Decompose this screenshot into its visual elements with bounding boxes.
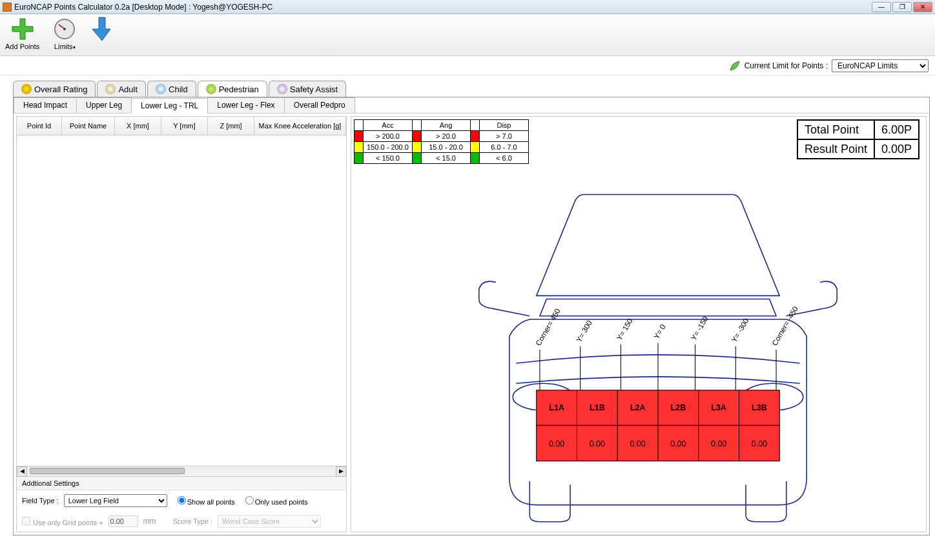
- sub-tabs: Head Impact Upper Leg Lower Leg - TRL Lo…: [14, 97, 929, 114]
- legend-row-red: > 200.0> 20.0> 7.0: [354, 131, 529, 142]
- col-x[interactable]: X [mm]: [115, 117, 161, 135]
- svg-text:Y= -300: Y= -300: [730, 317, 750, 343]
- field-type-select[interactable]: Lower Leg Field: [64, 494, 167, 507]
- svg-text:Y= 300: Y= 300: [575, 319, 593, 344]
- horizontal-scrollbar[interactable]: ◀ ▶: [17, 466, 346, 476]
- arrow-button[interactable]: [90, 17, 114, 41]
- car-diagram: Corner= 450 Y= 300 Y= 150 Y= 0 Y= -150 Y…: [416, 188, 900, 525]
- svg-text:L3B: L3B: [752, 403, 767, 412]
- col-max-knee[interactable]: Max Knee Acceleration [g]: [254, 117, 346, 135]
- col-y[interactable]: Y [mm]: [161, 117, 208, 135]
- add-points-label: Add Points: [5, 43, 39, 50]
- svg-point-1: [63, 28, 66, 30]
- only-used-radio[interactable]: Only used points: [240, 496, 308, 506]
- result-point-label: Result Point: [797, 139, 874, 159]
- plus-icon: [10, 17, 35, 41]
- legend-row-yellow: 150.0 - 200.015.0 - 20.06.0 - 7.0: [354, 142, 529, 153]
- window-title: EuroNCAP Points Calculator 0.2a [Desktop…: [14, 3, 272, 12]
- maximize-button[interactable]: ❐: [892, 2, 912, 12]
- add-points-button[interactable]: Add Points: [5, 17, 39, 50]
- tab-overall-rating[interactable]: Overall Rating: [13, 81, 96, 97]
- field-type-label: Field Type :: [22, 497, 59, 505]
- window-titlebar: EuroNCAP Points Calculator 0.2a [Desktop…: [0, 0, 935, 14]
- col-point-name[interactable]: Point Name: [62, 117, 115, 135]
- svg-text:Corner= 450: Corner= 450: [534, 307, 562, 347]
- limits-label: Limits▾: [54, 43, 76, 50]
- svg-text:L1A: L1A: [549, 403, 564, 412]
- subtab-lower-leg-trl[interactable]: Lower Leg - TRL: [131, 98, 208, 114]
- tab-pedestrian[interactable]: Pedestrian: [198, 81, 267, 97]
- tab-adult[interactable]: Adult: [97, 81, 146, 97]
- scroll-thumb[interactable]: [30, 468, 185, 474]
- result-point-value: 0.00P: [874, 139, 919, 159]
- tab-child[interactable]: Child: [147, 81, 196, 97]
- limit-select[interactable]: EuroNCAP Limits: [832, 59, 929, 72]
- content-frame: Head Impact Upper Leg Lower Leg - TRL Lo…: [13, 97, 930, 535]
- close-button[interactable]: ✕: [913, 2, 932, 12]
- current-limit-label: Current Limit for Points :: [745, 61, 828, 70]
- svg-text:0.00: 0.00: [670, 439, 686, 448]
- score-box: Total Point6.00P Result Point0.00P: [797, 119, 920, 159]
- subtab-head-impact[interactable]: Head Impact: [14, 97, 77, 113]
- grid-body[interactable]: [17, 135, 346, 466]
- col-z[interactable]: Z [mm]: [208, 117, 254, 135]
- score-type-label: Score Type :: [173, 517, 213, 525]
- subtab-overall-pedpro[interactable]: Overall Pedpro: [284, 97, 355, 113]
- svg-text:0.00: 0.00: [590, 439, 605, 448]
- svg-text:Y= 150: Y= 150: [615, 317, 634, 342]
- leaf-icon: [729, 60, 741, 72]
- limits-button[interactable]: Limits▾: [52, 17, 77, 50]
- svg-text:0.00: 0.00: [711, 439, 726, 448]
- svg-text:L3A: L3A: [711, 403, 726, 412]
- car-svg: Corner= 450 Y= 300 Y= 150 Y= 0 Y= -150 Y…: [416, 188, 900, 525]
- limit-bar: Current Limit for Points : EuroNCAP Limi…: [0, 56, 935, 75]
- svg-text:0.00: 0.00: [549, 439, 564, 448]
- svg-text:0.00: 0.00: [752, 439, 767, 448]
- legend-row-green: < 150.0< 15.0< 6.0: [354, 153, 529, 164]
- scroll-right-icon[interactable]: ▶: [336, 466, 346, 477]
- grid-points-value[interactable]: [108, 515, 138, 527]
- scroll-left-icon[interactable]: ◀: [17, 466, 27, 477]
- svg-text:L1B: L1B: [590, 403, 605, 412]
- grid-unit: mm: [143, 517, 156, 526]
- settings-title: Addtional Settings: [17, 477, 346, 490]
- legend-table: AccAngDisp > 200.0> 20.0> 7.0 150.0 - 20…: [354, 119, 529, 164]
- col-point-id[interactable]: Point Id: [17, 117, 62, 135]
- subtab-lower-leg-flex[interactable]: Lower Leg - Flex: [207, 97, 284, 113]
- zone-grid: L1A L1B L2A L2B L3A L3B 0.00 0.00 0.00 0…: [537, 390, 780, 461]
- total-point-value: 6.00P: [874, 120, 919, 139]
- additional-settings: Addtional Settings Field Type : Lower Le…: [17, 476, 346, 532]
- svg-text:Corner= -450: Corner= -450: [770, 305, 799, 347]
- diagram-panel: AccAngDisp > 200.0> 20.0> 7.0 150.0 - 20…: [351, 116, 927, 532]
- total-point-label: Total Point: [797, 120, 874, 139]
- svg-text:L2A: L2A: [630, 403, 646, 412]
- grid-points-checkbox[interactable]: Use only Grid points +: [22, 517, 103, 526]
- tab-safety-assist[interactable]: Safety Assist: [269, 81, 346, 97]
- svg-text:0.00: 0.00: [630, 439, 645, 448]
- main-tabs: Overall Rating Adult Child Pedestrian Sa…: [0, 75, 935, 97]
- grid-header: Point Id Point Name X [mm] Y [mm] Z [mm]…: [17, 117, 346, 135]
- app-icon: [3, 3, 12, 12]
- points-grid-panel: Point Id Point Name X [mm] Y [mm] Z [mm]…: [16, 116, 347, 532]
- svg-text:Y= 0: Y= 0: [652, 323, 666, 341]
- main-toolbar: Add Points Limits▾: [0, 14, 935, 56]
- minimize-button[interactable]: —: [872, 2, 891, 12]
- show-all-radio[interactable]: Show all points: [172, 496, 235, 506]
- window-buttons: — ❐ ✕: [872, 2, 932, 12]
- gauge-icon: [52, 17, 77, 41]
- score-type-select[interactable]: Worst Case Score: [218, 515, 321, 528]
- subtab-upper-leg[interactable]: Upper Leg: [76, 97, 132, 113]
- down-arrow-icon: [90, 17, 114, 41]
- svg-text:L2B: L2B: [671, 403, 686, 412]
